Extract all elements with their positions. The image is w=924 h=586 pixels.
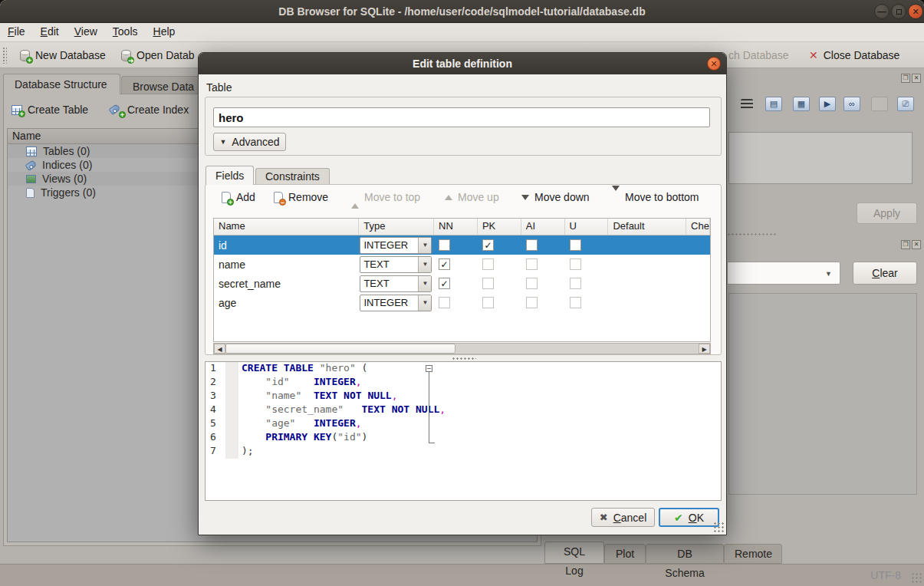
- dialog-splitter[interactable]: [452, 357, 476, 360]
- link-icon[interactable]: ∞: [843, 97, 860, 111]
- maximize-button[interactable]: [891, 4, 906, 19]
- print-icon[interactable]: ⎚: [897, 97, 914, 111]
- clear-button[interactable]: Clear: [853, 262, 917, 285]
- u-checkbox[interactable]: [570, 278, 581, 289]
- field-row-age[interactable]: ageINTEGER▼: [214, 293, 710, 312]
- edit-cell-textarea[interactable]: [728, 132, 912, 184]
- nn-checkbox[interactable]: [439, 297, 450, 308]
- move-to-bottom-button[interactable]: Move to bottom: [612, 191, 699, 203]
- type-combo[interactable]: INTEGER▼: [360, 295, 432, 311]
- nn-checkbox[interactable]: ✓: [439, 278, 450, 289]
- u-checkbox[interactable]: [570, 297, 581, 308]
- nn-checkbox[interactable]: [439, 239, 450, 251]
- bottom-tab-sql-log[interactable]: SQL Log: [544, 542, 604, 564]
- sql-line: 6 PRIMARY KEY("id"): [206, 431, 721, 445]
- menu-edit[interactable]: Edit: [33, 24, 67, 39]
- pk-checkbox[interactable]: [482, 258, 494, 270]
- indent-icon[interactable]: [741, 99, 753, 110]
- tab-fields[interactable]: Fields: [206, 166, 254, 185]
- close-database-button[interactable]: ✕ Close Database: [809, 45, 899, 65]
- column-header-u[interactable]: U: [565, 219, 609, 235]
- column-header-che[interactable]: Che: [686, 219, 710, 235]
- sql-log-filter-combo[interactable]: ▼: [727, 262, 840, 285]
- menu-file[interactable]: File: [0, 24, 33, 39]
- create-index-button[interactable]: + Create Index: [110, 104, 189, 116]
- open-file-icon[interactable]: ▤: [765, 97, 782, 111]
- code-fold-toggle[interactable]: –: [426, 365, 432, 372]
- sql-code: "secret_name" TEXT NOT NULL,: [238, 403, 446, 417]
- column-header-type[interactable]: Type: [359, 219, 434, 235]
- add-field-button[interactable]: + Add: [222, 191, 255, 203]
- ai-checkbox[interactable]: [526, 239, 538, 251]
- sql-log-area[interactable]: [728, 293, 917, 495]
- pk-checkbox[interactable]: [482, 278, 494, 289]
- minimize-button[interactable]: —: [874, 4, 889, 19]
- ai-checkbox[interactable]: [526, 297, 538, 308]
- column-header-name[interactable]: Name: [214, 219, 359, 235]
- bottom-tab-remote[interactable]: Remote: [724, 544, 782, 564]
- tab-database-structure[interactable]: Database Structure: [3, 74, 120, 94]
- dock-float-button[interactable]: ❐: [901, 74, 910, 83]
- column-header-ai[interactable]: AI: [521, 219, 565, 235]
- remove-field-button[interactable]: – Remove: [274, 191, 328, 203]
- pk-checkbox[interactable]: ✓: [482, 239, 494, 251]
- type-combo[interactable]: TEXT▼: [360, 256, 432, 273]
- type-combo[interactable]: TEXT▼: [360, 275, 432, 292]
- pk-checkbox[interactable]: [482, 297, 494, 308]
- dialog-title-bar[interactable]: Edit table definition: [199, 53, 726, 74]
- field-row-secret_name[interactable]: secret_nameTEXT▼✓: [214, 274, 710, 293]
- chevron-down-icon[interactable]: ▼: [418, 257, 431, 272]
- toggle-icon: [871, 97, 888, 111]
- nn-checkbox[interactable]: ✓: [439, 258, 450, 270]
- scroll-right-arrow[interactable]: ▶: [699, 344, 710, 354]
- encoding-indicator[interactable]: UTF-8: [870, 569, 901, 581]
- scrollbar-track[interactable]: [455, 344, 699, 354]
- dock-close-button[interactable]: ✕: [912, 74, 921, 83]
- fields-grid-hscrollbar[interactable]: ◀ ▶: [213, 343, 711, 354]
- tab-constraints[interactable]: Constraints: [255, 168, 330, 185]
- column-header-pk[interactable]: PK: [478, 219, 521, 235]
- save-icon[interactable]: ▦: [793, 97, 810, 111]
- scroll-left-arrow[interactable]: ◀: [214, 344, 225, 354]
- dock2-close-button[interactable]: ✕: [912, 240, 921, 249]
- field-row-name[interactable]: nameTEXT▼✓: [214, 255, 710, 274]
- sql-preview-editor[interactable]: 1CREATE TABLE "hero" (2 "id" INTEGER,3 "…: [205, 361, 722, 501]
- toolbar-drag-handle[interactable]: [2, 47, 7, 64]
- close-window-button[interactable]: ✕: [908, 4, 923, 19]
- dock-splitter[interactable]: [727, 232, 778, 236]
- bottom-tab-db-schema[interactable]: DB Schema: [646, 544, 724, 564]
- dock2-float-button[interactable]: ❐: [901, 240, 910, 249]
- u-checkbox[interactable]: [570, 239, 581, 251]
- chevron-down-icon[interactable]: ▼: [418, 295, 431, 311]
- column-header-default[interactable]: Default: [608, 219, 686, 235]
- execute-icon[interactable]: ▶: [819, 97, 836, 111]
- menu-tools[interactable]: Tools: [105, 24, 146, 39]
- open-database-button[interactable]: ➜ Open Datab: [121, 45, 195, 65]
- create-table-button[interactable]: + Create Table: [12, 104, 88, 116]
- move-down-button[interactable]: Move down: [521, 191, 590, 203]
- table-name-input[interactable]: [213, 107, 710, 127]
- line-number: 4: [206, 403, 225, 417]
- scrollbar-thumb[interactable]: [225, 344, 455, 354]
- field-row-id[interactable]: idINTEGER▼✓: [214, 235, 710, 255]
- fields-grid: NameTypeNNPKAIUDefaultChe idINTEGER▼✓nam…: [213, 218, 711, 342]
- field-ai-cell: [521, 235, 565, 255]
- advanced-button[interactable]: ▼ Advanced: [213, 133, 286, 151]
- dialog-resize-grip[interactable]: [713, 522, 724, 532]
- cancel-button[interactable]: ✖ Cancel: [591, 508, 655, 527]
- menu-view[interactable]: View: [67, 24, 105, 39]
- ai-checkbox[interactable]: [526, 278, 538, 289]
- window-resize-grip[interactable]: [911, 572, 922, 583]
- bottom-tab-plot[interactable]: Plot: [604, 544, 646, 564]
- dialog-close-button[interactable]: ✕: [707, 57, 721, 71]
- menu-help[interactable]: Help: [146, 24, 183, 39]
- chevron-down-icon[interactable]: ▼: [418, 276, 431, 291]
- ai-checkbox[interactable]: [526, 258, 538, 270]
- type-combo[interactable]: INTEGER▼: [360, 237, 432, 254]
- u-checkbox[interactable]: [570, 258, 581, 270]
- new-database-button[interactable]: + New Database: [20, 45, 106, 65]
- chevron-down-icon[interactable]: ▼: [418, 238, 431, 253]
- field-name-cell: age: [214, 293, 359, 312]
- ok-button[interactable]: ✔ OK: [659, 508, 719, 527]
- column-header-nn[interactable]: NN: [434, 219, 478, 235]
